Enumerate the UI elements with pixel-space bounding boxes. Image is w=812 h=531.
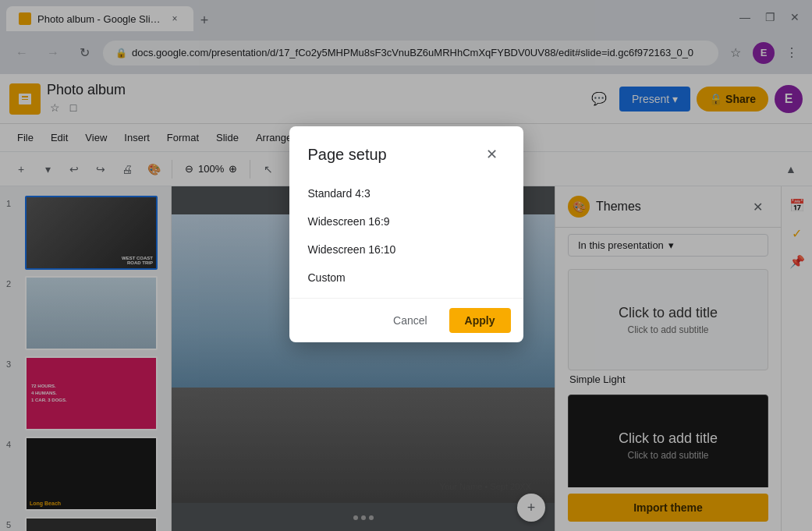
modal-overlay: Page setup ✕ Standard 4:3 Widescreen 16:… xyxy=(0,0,812,531)
option-widescreen-16-10[interactable]: Widescreen 16:10 xyxy=(289,235,523,264)
option-standard-4-3[interactable]: Standard 4:3 xyxy=(289,179,523,207)
cancel-button[interactable]: Cancel xyxy=(378,308,443,333)
option-custom[interactable]: Custom xyxy=(289,264,523,292)
modal-options-list: Standard 4:3 Widescreen 16:9 Widescreen … xyxy=(289,173,523,298)
option-widescreen-16-9[interactable]: Widescreen 16:9 xyxy=(289,207,523,235)
apply-button[interactable]: Apply xyxy=(449,308,511,333)
modal-title: Page setup xyxy=(308,146,387,164)
modal-close-button[interactable]: ✕ xyxy=(480,142,505,167)
page-setup-modal: Page setup ✕ Standard 4:3 Widescreen 16:… xyxy=(289,126,523,342)
